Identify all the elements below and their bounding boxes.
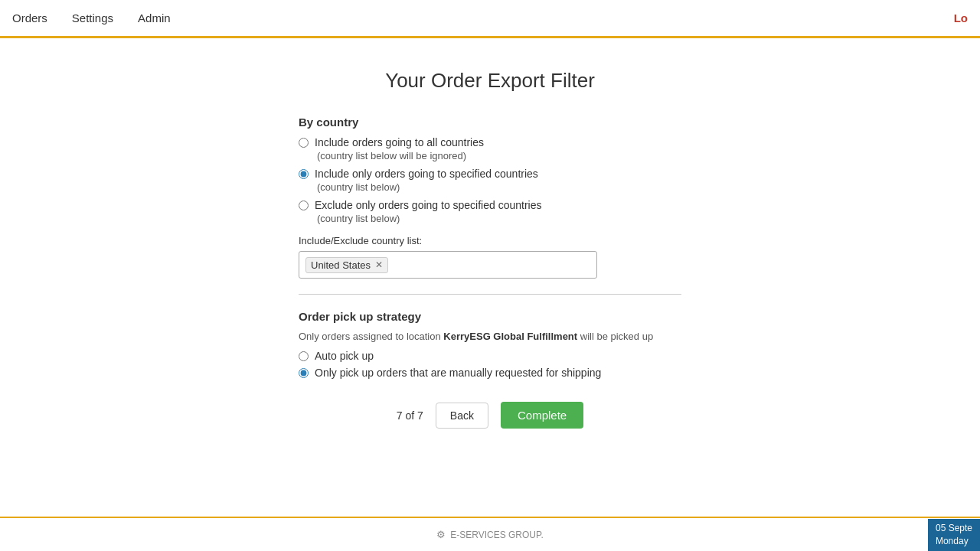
- radio-all-countries-label: Include orders going to all countries: [315, 136, 484, 148]
- bottom-navigation: 7 of 7 Back Complete: [299, 402, 681, 429]
- pickup-heading: Order pick up strategy: [299, 310, 681, 323]
- navbar: Orders Settings Admin Lo: [0, 0, 980, 38]
- radio-include-countries-input[interactable]: [299, 169, 309, 179]
- radio-all-countries-input[interactable]: [299, 138, 309, 148]
- date-line1: 05 Septe: [936, 522, 972, 535]
- radio-group-include: Include only orders going to specified c…: [299, 168, 681, 193]
- radio-exclude-countries[interactable]: Exclude only orders going to specified c…: [299, 199, 681, 211]
- country-tag-us: United States ✕: [305, 257, 388, 273]
- radio-group-auto-pickup: Auto pick up: [299, 350, 681, 362]
- radio-manual-pickup-label: Only pick up orders that are manually re…: [315, 367, 601, 379]
- country-tag-remove[interactable]: ✕: [375, 259, 383, 270]
- date-line2: Monday: [936, 535, 972, 548]
- radio-auto-pickup-input[interactable]: [299, 351, 309, 361]
- radio-exclude-countries-label: Exclude only orders going to specified c…: [315, 199, 542, 211]
- main-content: Your Order Export Filter By country Incl…: [0, 38, 980, 517]
- back-button[interactable]: Back: [436, 403, 488, 429]
- nav-settings[interactable]: Settings: [72, 1, 113, 35]
- radio-include-countries[interactable]: Include only orders going to specified c…: [299, 168, 681, 180]
- country-tag-label: United States: [311, 259, 371, 271]
- radio-exclude-countries-input[interactable]: [299, 201, 309, 210]
- complete-button[interactable]: Complete: [501, 402, 583, 429]
- radio-include-countries-sub: (country list below): [317, 181, 681, 193]
- radio-group-all: Include orders going to all countries (c…: [299, 136, 681, 161]
- nav-orders[interactable]: Orders: [12, 1, 47, 35]
- nav-admin[interactable]: Admin: [138, 1, 171, 35]
- country-input-box[interactable]: United States ✕: [299, 251, 597, 279]
- by-country-heading: By country: [299, 116, 681, 129]
- country-list-label: Include/Exclude country list:: [299, 235, 681, 246]
- pickup-description: Only orders assigned to location KerryES…: [299, 331, 681, 342]
- radio-include-countries-label: Include only orders going to specified c…: [315, 168, 538, 180]
- radio-group-exclude: Exclude only orders going to specified c…: [299, 199, 681, 224]
- page-title: Your Order Export Filter: [385, 69, 595, 93]
- radio-auto-pickup[interactable]: Auto pick up: [299, 350, 681, 362]
- radio-exclude-countries-sub: (country list below): [317, 213, 681, 224]
- footer-label: E-SERVICES GROUP.: [450, 530, 544, 540]
- form-section: By country Include orders going to all c…: [299, 116, 681, 429]
- pickup-location: KerryESG Global Fulfillment: [443, 331, 577, 342]
- radio-manual-pickup-input[interactable]: [299, 368, 309, 378]
- radio-manual-pickup[interactable]: Only pick up orders that are manually re…: [299, 367, 681, 379]
- footer: ⚙ E-SERVICES GROUP.: [0, 517, 980, 551]
- page-indicator: 7 of 7: [397, 409, 423, 422]
- radio-all-countries-sub: (country list below will be ignored): [317, 150, 681, 161]
- radio-all-countries[interactable]: Include orders going to all countries: [299, 136, 681, 148]
- section-divider: [299, 294, 681, 295]
- radio-auto-pickup-label: Auto pick up: [315, 350, 374, 362]
- nav-logout[interactable]: Lo: [942, 0, 980, 36]
- date-widget: 05 Septe Monday: [928, 519, 980, 551]
- footer-icon: ⚙: [436, 529, 446, 540]
- radio-group-manual-pickup: Only pick up orders that are manually re…: [299, 367, 681, 379]
